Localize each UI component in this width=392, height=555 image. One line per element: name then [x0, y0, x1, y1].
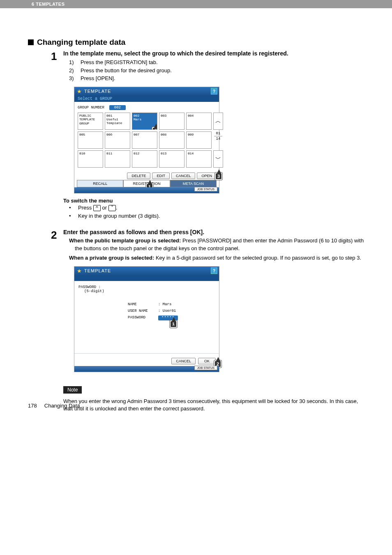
cell-num: 002 [134, 114, 139, 117]
job-status-button[interactable]: JOB STATUS [194, 187, 217, 191]
cell-name: Useful Template [106, 117, 122, 125]
section-heading: Changing template data [28, 38, 364, 47]
name-value: : Mars [158, 302, 171, 306]
group-002-button[interactable]: 002 Mars 2 [132, 113, 157, 130]
scroll-up-button[interactable]: ︿ [213, 113, 223, 130]
public-template-group-button[interactable]: PUBLIC TEMPLATE GROUP [78, 113, 103, 130]
footer-label: Changing Data [44, 403, 80, 409]
step2-private-text: When a private group is selected: Key in… [63, 254, 364, 262]
pager-total: 14 [213, 137, 223, 141]
cell-num: 001 [106, 114, 112, 117]
edit-button[interactable]: EDIT [152, 173, 170, 179]
step1-title: In the template menu, select the group t… [63, 50, 364, 57]
tab-meta-scan[interactable]: META SCAN [170, 180, 217, 187]
open-button[interactable]: OPEN [197, 173, 217, 179]
down-keycap-icon: ˅ [108, 205, 116, 211]
substep-num: 1) [69, 58, 76, 67]
note-label: Note [63, 386, 82, 394]
help-icon[interactable]: ? [211, 267, 217, 274]
step2-title: Enter the password as follows and then p… [63, 229, 364, 235]
group-number-label: GROUP NUMBER [78, 106, 104, 110]
password-screenshot: ★ TEMPLATE ? PASSWORD : (5-digit) NAME :… [74, 266, 219, 372]
substep-num: 3) [69, 74, 76, 83]
substep-text: Press the button for the desired group. [81, 67, 172, 75]
group-006-button[interactable]: 006 [105, 131, 130, 149]
substep-text: Press [OPEN]. [81, 74, 115, 83]
star-icon: ★ [77, 88, 82, 94]
group-013-button[interactable]: 013 [159, 150, 184, 168]
group-007-button[interactable]: 007 [132, 131, 157, 149]
bullet-text: Key in the group number (3 digits). [78, 212, 160, 221]
scroll-down-button[interactable]: ﹀ [213, 150, 223, 168]
group-008-button[interactable]: 008 [159, 131, 184, 149]
bullet-icon: • [69, 212, 74, 221]
group-004-button[interactable]: 004 [186, 113, 212, 130]
group-number-field[interactable]: 002 [109, 105, 126, 110]
note-text: When you enter the wrong Admin Password … [63, 398, 364, 413]
page-number: 178 [28, 403, 37, 409]
bullet-icon: • [69, 204, 74, 212]
password-label: PASSWORD : (5-digit) [78, 285, 215, 293]
page-footer: 178 Changing Data [28, 403, 80, 409]
square-bullet-icon [28, 39, 34, 45]
bullet-text: Press ^ or ˅. [78, 204, 117, 212]
ok-button[interactable]: OK [198, 358, 216, 364]
group-011-button[interactable]: 011 [105, 150, 130, 168]
chevron-up-icon: ︿ [215, 117, 221, 125]
chevron-down-icon: ﹀ [215, 155, 221, 163]
group-010-button[interactable]: 010 [78, 150, 103, 168]
window-subtitle: Select a GROUP [74, 96, 219, 102]
substep-text: Press the [REGISTRATION] tab. [81, 58, 158, 67]
delete-button[interactable]: DELETE [127, 173, 150, 179]
tab-recall[interactable]: RECALL [77, 180, 123, 187]
switch-menu-heading: To switch the menu [63, 198, 364, 204]
username-value: : User01 [158, 309, 176, 313]
group-009-button[interactable]: 009 [186, 131, 212, 149]
group-014-button[interactable]: 014 [186, 150, 212, 168]
pager-info: 01 14 [213, 131, 223, 149]
step-number-1: 1 [51, 50, 63, 221]
cancel-button[interactable]: CANCEL [171, 173, 196, 179]
callout-1: 1 [170, 320, 177, 328]
group-012-button[interactable]: 012 [132, 150, 157, 168]
chapter-header: 6 TEMPLATES [0, 0, 392, 8]
username-label: USER NAME [128, 309, 157, 313]
cancel-button[interactable]: CANCEL [171, 358, 196, 364]
step2-public-text: When the public template group is select… [63, 237, 364, 253]
password-field-label: PASSWORD [128, 315, 157, 320]
step-number-2: 2 [51, 229, 63, 413]
pager-current: 01 [213, 131, 223, 136]
cell-name: Mars [134, 117, 141, 121]
name-label: NAME [128, 302, 157, 306]
substep-num: 2) [69, 67, 76, 75]
group-003-button[interactable]: 003 [159, 113, 184, 130]
group-001-button[interactable]: 001 Useful Template [105, 113, 130, 130]
up-keycap-icon: ^ [93, 205, 101, 211]
group-005-button[interactable]: 005 [78, 131, 103, 149]
section-title: Changing template data [37, 38, 125, 47]
callout-3: 3 [215, 173, 222, 180]
window-title: TEMPLATE [84, 89, 111, 94]
job-status-button[interactable]: JOB STATUS [194, 366, 217, 370]
window-title: TEMPLATE [84, 268, 111, 273]
template-group-screenshot: ★ TEMPLATE ? Select a GROUP GROUP NUMBER… [74, 87, 219, 193]
callout-2: 2 [152, 127, 157, 130]
help-icon[interactable]: ? [211, 88, 217, 94]
star-icon: ★ [77, 268, 82, 274]
